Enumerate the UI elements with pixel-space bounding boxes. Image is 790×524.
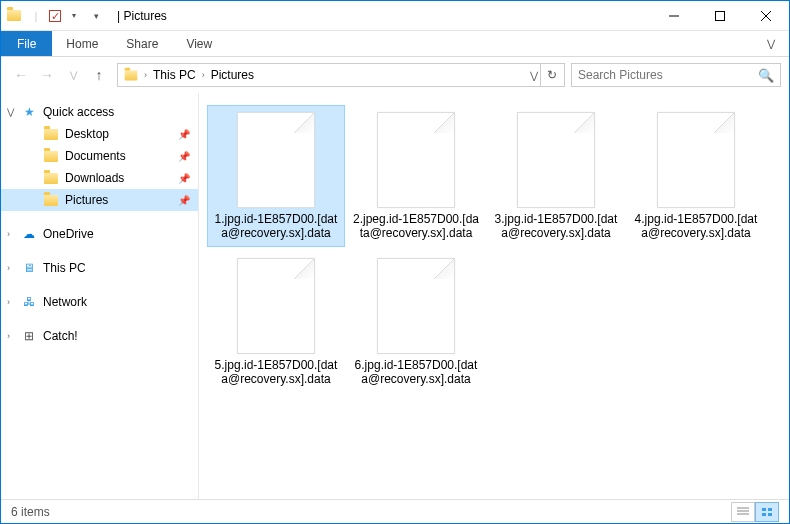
folder-icon xyxy=(43,126,59,142)
file-name-label: 5.jpg.id-1E857D00.[data@recovery.sx].dat… xyxy=(212,358,340,386)
sidebar-item-onedrive[interactable]: ›☁OneDrive xyxy=(1,223,198,245)
qat-dropdown-icon[interactable]: ▾ xyxy=(65,7,83,25)
icons-view-button[interactable] xyxy=(755,502,779,522)
file-list[interactable]: 1.jpg.id-1E857D00.[data@recovery.sx].dat… xyxy=(199,93,789,499)
navbar: ← → ⋁ ↑ › This PC › Pictures ⋁ ↻ 🔍 xyxy=(1,57,789,93)
separator-icon: | xyxy=(27,7,45,25)
chevron-right-icon[interactable]: › xyxy=(7,297,10,307)
address-dropdown-icon[interactable]: ⋁ xyxy=(528,70,540,81)
tab-share[interactable]: Share xyxy=(112,31,172,56)
sidebar-item-label: This PC xyxy=(43,261,86,275)
breadcrumb-thispc[interactable]: This PC xyxy=(149,66,200,84)
ribbon-tabs: File Home Share View ⋁ xyxy=(1,31,789,57)
svg-rect-10 xyxy=(768,513,772,516)
file-thumb-icon xyxy=(377,258,455,354)
folder-icon xyxy=(5,7,23,25)
file-name-label: 6.jpg.id-1E857D00.[data@recovery.sx].dat… xyxy=(352,358,480,386)
sidebar-item-downloads[interactable]: Downloads📌 xyxy=(1,167,198,189)
sidebar-item-label: OneDrive xyxy=(43,227,94,241)
sidebar-item-documents[interactable]: Documents📌 xyxy=(1,145,198,167)
chevron-right-icon[interactable]: › xyxy=(7,263,10,273)
sidebar-item-label: Catch! xyxy=(43,329,78,343)
up-button[interactable]: ↑ xyxy=(87,63,111,87)
folder-icon xyxy=(43,170,59,186)
navigation-pane: ⋁ ★ Quick access Desktop📌Documents📌Downl… xyxy=(1,93,199,499)
quick-access-toolbar: | ✓ ▾ ▾ | Pictures xyxy=(1,7,171,25)
file-thumb-icon xyxy=(237,112,315,208)
address-bar[interactable]: › This PC › Pictures ⋁ ↻ xyxy=(117,63,565,87)
sidebar-item-quickaccess[interactable]: ⋁ ★ Quick access xyxy=(1,101,198,123)
sidebar-item-pictures[interactable]: Pictures📌 xyxy=(1,189,198,211)
tab-home[interactable]: Home xyxy=(52,31,112,56)
svg-rect-7 xyxy=(762,508,766,511)
status-bar: 6 items xyxy=(1,499,789,523)
catch-icon: ⊞ xyxy=(21,328,37,344)
recent-dropdown-icon[interactable]: ⋁ xyxy=(61,63,85,87)
file-thumb-icon xyxy=(377,112,455,208)
file-thumb-icon xyxy=(237,258,315,354)
sidebar-item-thispc[interactable]: ›🖥This PC xyxy=(1,257,198,279)
quick-access-group: ⋁ ★ Quick access Desktop📌Documents📌Downl… xyxy=(1,101,198,211)
chevron-right-icon[interactable]: › xyxy=(142,70,149,80)
back-button[interactable]: ← xyxy=(9,63,33,87)
svg-rect-1 xyxy=(716,11,725,20)
chevron-down-icon[interactable]: ⋁ xyxy=(7,107,14,117)
minimize-button[interactable] xyxy=(651,1,697,31)
star-icon: ★ xyxy=(21,104,37,120)
pc-icon: 🖥 xyxy=(21,260,37,276)
file-item[interactable]: 1.jpg.id-1E857D00.[data@recovery.sx].dat… xyxy=(207,105,345,247)
search-input[interactable] xyxy=(578,68,758,82)
ribbon-expand-icon[interactable]: ⋁ xyxy=(753,31,789,56)
chevron-right-icon[interactable]: › xyxy=(7,331,10,341)
refresh-button[interactable]: ↻ xyxy=(540,64,562,86)
file-thumb-icon xyxy=(517,112,595,208)
svg-rect-8 xyxy=(768,508,772,511)
sidebar-item-label: Quick access xyxy=(43,105,114,119)
pin-icon: 📌 xyxy=(178,173,190,184)
maximize-button[interactable] xyxy=(697,1,743,31)
network-icon: 🖧 xyxy=(21,294,37,310)
forward-button[interactable]: → xyxy=(35,63,59,87)
titlebar: | ✓ ▾ ▾ | Pictures xyxy=(1,1,789,31)
search-icon[interactable]: 🔍 xyxy=(758,68,774,83)
svg-rect-9 xyxy=(762,513,766,516)
close-button[interactable] xyxy=(743,1,789,31)
pin-icon: 📌 xyxy=(178,151,190,162)
file-name-label: 3.jpg.id-1E857D00.[data@recovery.sx].dat… xyxy=(492,212,620,240)
pin-icon: 📌 xyxy=(178,129,190,140)
file-item[interactable]: 6.jpg.id-1E857D00.[data@recovery.sx].dat… xyxy=(347,251,485,393)
file-item[interactable]: 2.jpeg.id-1E857D00.[data@recovery.sx].da… xyxy=(347,105,485,247)
sidebar-item-label: Downloads xyxy=(65,171,124,185)
file-item[interactable]: 5.jpg.id-1E857D00.[data@recovery.sx].dat… xyxy=(207,251,345,393)
sidebar-item-catch[interactable]: ›⊞Catch! xyxy=(1,325,198,347)
file-name-label: 2.jpeg.id-1E857D00.[data@recovery.sx].da… xyxy=(352,212,480,240)
file-item[interactable]: 3.jpg.id-1E857D00.[data@recovery.sx].dat… xyxy=(487,105,625,247)
file-item[interactable]: 4.jpg.id-1E857D00.[data@recovery.sx].dat… xyxy=(627,105,765,247)
sidebar-item-label: Documents xyxy=(65,149,126,163)
window-controls xyxy=(651,1,789,31)
folder-icon xyxy=(43,148,59,164)
main-area: ⋁ ★ Quick access Desktop📌Documents📌Downl… xyxy=(1,93,789,499)
file-name-label: 4.jpg.id-1E857D00.[data@recovery.sx].dat… xyxy=(632,212,760,240)
window-title: | Pictures xyxy=(117,9,167,23)
sidebar-item-label: Desktop xyxy=(65,127,109,141)
sidebar-item-desktop[interactable]: Desktop📌 xyxy=(1,123,198,145)
details-view-button[interactable] xyxy=(731,502,755,522)
properties-icon[interactable]: ✓ xyxy=(49,10,61,22)
folder-icon xyxy=(43,192,59,208)
file-name-label: 1.jpg.id-1E857D00.[data@recovery.sx].dat… xyxy=(212,212,340,240)
file-tab[interactable]: File xyxy=(1,31,52,56)
search-box[interactable]: 🔍 xyxy=(571,63,781,87)
sidebar-item-label: Network xyxy=(43,295,87,309)
sidebar-item-network[interactable]: ›🖧Network xyxy=(1,291,198,313)
onedrive-icon: ☁ xyxy=(21,226,37,242)
sidebar-item-label: Pictures xyxy=(65,193,108,207)
qat-overflow-icon[interactable]: ▾ xyxy=(87,7,105,25)
file-thumb-icon xyxy=(657,112,735,208)
tab-view[interactable]: View xyxy=(172,31,226,56)
breadcrumb-pictures[interactable]: Pictures xyxy=(207,66,258,84)
chevron-right-icon[interactable]: › xyxy=(200,70,207,80)
view-toggle xyxy=(731,502,779,522)
address-icon xyxy=(120,68,142,83)
chevron-right-icon[interactable]: › xyxy=(7,229,10,239)
